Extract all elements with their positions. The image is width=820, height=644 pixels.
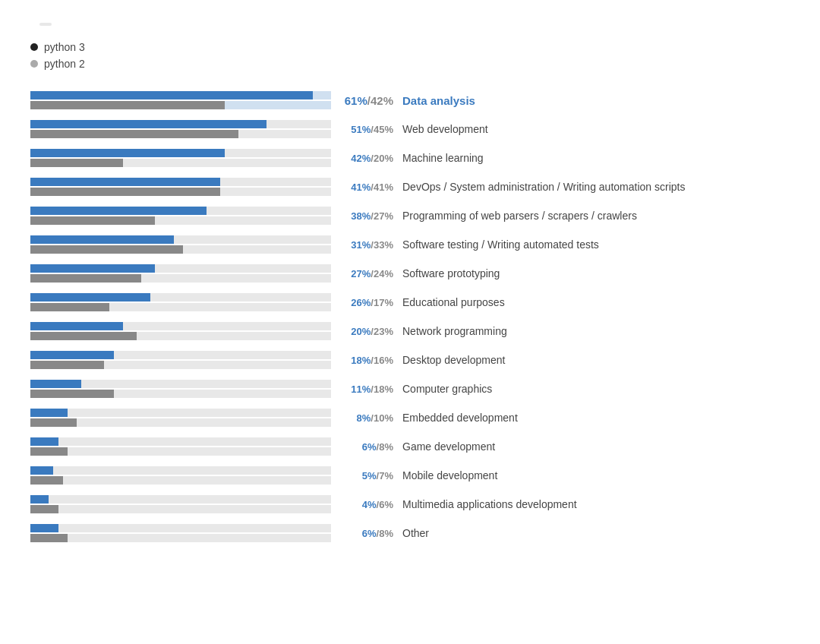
chart-row: 31%/33%Software testing / Writing automa… bbox=[30, 232, 790, 257]
chart: 61%/42%Data analysis51%/45%Web developme… bbox=[30, 88, 790, 545]
legend-python3: python 3 bbox=[30, 41, 790, 53]
category-label: Data analysis bbox=[402, 94, 790, 107]
category-label: Computer graphics bbox=[402, 383, 790, 395]
chart-row: 6%/8%Other bbox=[30, 521, 790, 545]
bars-area bbox=[30, 409, 334, 427]
percent-label: 8%/10% bbox=[334, 412, 402, 424]
category-label: Game development bbox=[402, 440, 790, 453]
category-label: Multimedia applications development bbox=[402, 498, 790, 510]
bars-area bbox=[30, 293, 334, 311]
chart-row: 8%/10%Embedded development bbox=[30, 406, 790, 430]
chart-row: 42%/20%Machine learning bbox=[30, 146, 790, 170]
percent-label: 5%/7% bbox=[334, 470, 402, 481]
bars-area bbox=[30, 178, 334, 196]
category-label: Educational purposes bbox=[402, 296, 790, 308]
legend-dot-python2 bbox=[30, 60, 38, 68]
bars-area bbox=[30, 524, 334, 542]
legend-label-python3: python 3 bbox=[44, 41, 85, 53]
chart-row: 27%/24%Software prototyping bbox=[30, 261, 790, 286]
chart-row: 61%/42%Data analysis bbox=[30, 88, 790, 112]
chart-row: 26%/17%Educational purposes bbox=[30, 290, 790, 314]
chart-row: 41%/41%DevOps / System administration / … bbox=[30, 175, 790, 199]
percent-label: 27%/24% bbox=[334, 268, 402, 279]
badge bbox=[39, 23, 52, 26]
bars-area bbox=[30, 466, 334, 485]
chart-row: 5%/7%Mobile development bbox=[30, 463, 790, 488]
bars-area bbox=[30, 91, 334, 109]
legend: python 3 python 2 bbox=[30, 41, 790, 70]
percent-label: 4%/6% bbox=[334, 499, 402, 510]
chart-row: 51%/45%Web development bbox=[30, 117, 790, 141]
percent-label: 61%/42% bbox=[334, 94, 402, 107]
category-label: Embedded development bbox=[402, 412, 790, 424]
percent-label: 20%/23% bbox=[334, 326, 402, 337]
bars-area bbox=[30, 380, 334, 398]
bars-area bbox=[30, 207, 334, 225]
bars-area bbox=[30, 322, 334, 340]
legend-python2: python 2 bbox=[30, 58, 790, 70]
chart-row: 20%/23%Network programming bbox=[30, 319, 790, 343]
percent-label: 18%/16% bbox=[334, 355, 402, 366]
bars-area bbox=[30, 120, 334, 138]
page-title bbox=[30, 23, 790, 26]
chart-row: 18%/16%Desktop development bbox=[30, 348, 790, 372]
chart-row: 38%/27%Programming of web parsers / scra… bbox=[30, 204, 790, 228]
category-label: Software testing / Writing automated tes… bbox=[402, 238, 790, 251]
category-label: DevOps / System administration / Writing… bbox=[402, 181, 790, 193]
category-label: Desktop development bbox=[402, 354, 790, 366]
percent-label: 42%/20% bbox=[334, 153, 402, 164]
category-label: Software prototyping bbox=[402, 267, 790, 279]
category-label: Programming of web parsers / scrapers / … bbox=[402, 210, 790, 222]
category-label: Network programming bbox=[402, 325, 790, 337]
chart-row: 4%/6%Multimedia applications development bbox=[30, 492, 790, 516]
bars-area bbox=[30, 149, 334, 167]
bars-area bbox=[30, 351, 334, 369]
legend-dot-python3 bbox=[30, 43, 38, 51]
percent-label: 6%/8% bbox=[334, 528, 402, 539]
percent-label: 38%/27% bbox=[334, 210, 402, 222]
bars-area bbox=[30, 437, 334, 456]
category-label: Web development bbox=[402, 123, 790, 135]
category-label: Machine learning bbox=[402, 152, 790, 164]
chart-row: 11%/18%Computer graphics bbox=[30, 377, 790, 401]
chart-row: 6%/8%Game development bbox=[30, 434, 790, 459]
percent-label: 6%/8% bbox=[334, 441, 402, 453]
category-label: Other bbox=[402, 527, 790, 539]
legend-label-python2: python 2 bbox=[44, 58, 85, 70]
percent-label: 11%/18% bbox=[334, 384, 402, 395]
bars-area bbox=[30, 264, 334, 283]
percent-label: 26%/17% bbox=[334, 297, 402, 308]
percent-label: 41%/41% bbox=[334, 182, 402, 193]
bars-area bbox=[30, 495, 334, 513]
category-label: Mobile development bbox=[402, 469, 790, 481]
percent-label: 31%/33% bbox=[334, 239, 402, 251]
percent-label: 51%/45% bbox=[334, 124, 402, 135]
bars-area bbox=[30, 235, 334, 254]
